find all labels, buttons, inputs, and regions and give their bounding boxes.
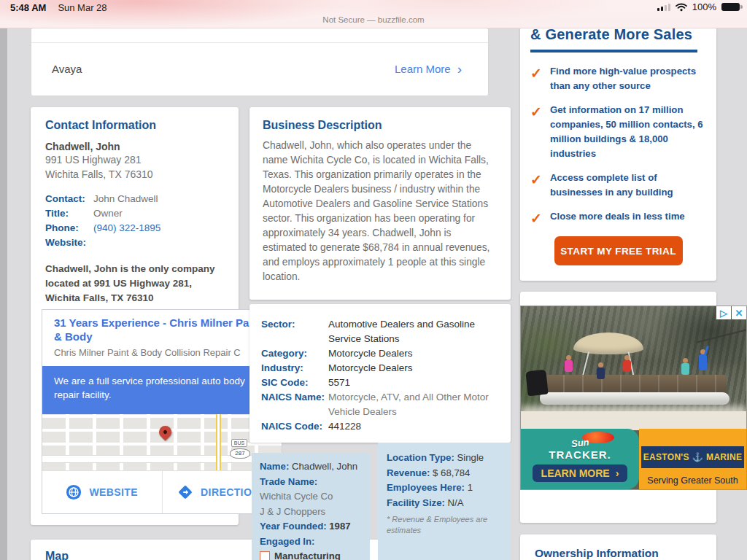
boat-fence <box>544 375 727 394</box>
category-label: Category: <box>261 346 328 361</box>
title-value: Owner <box>93 206 224 221</box>
sun-tracker-ad[interactable]: ▷ ✕ Sun TRACKER. LEARN MORE › EASTON'S ⚓… <box>520 306 747 490</box>
chevron-right-icon: › <box>457 63 462 74</box>
canopy-pole <box>582 351 589 376</box>
naics-code-value: 441228 <box>328 419 499 434</box>
classification-card: Sector: Automotive Dealers and Gasoline … <box>249 304 511 443</box>
boat-hull <box>540 392 729 405</box>
name-label: Name: <box>260 461 289 472</box>
dealer-logo-bar: EASTON'S ⚓ MARINE <box>641 446 744 468</box>
promo-item-text: Close more deals in less time <box>550 209 703 227</box>
address-line2: Wichita Falls, TX 76310 <box>45 167 224 182</box>
adchoices-icon[interactable]: ▷ <box>716 306 731 319</box>
address-bar[interactable]: Not Secure — buzzfile.com <box>0 15 747 24</box>
check-icon: ✓ <box>530 210 550 227</box>
website-value <box>93 236 224 250</box>
contact-label: Contact: <box>45 192 93 206</box>
ad-map[interactable]: BUS 287 <box>42 414 282 470</box>
promo-title: & Generate More Sales <box>530 28 706 44</box>
category-value: Motorcycle Dealers <box>328 346 499 361</box>
sector-label: Sector: <box>261 317 328 346</box>
ad-close-icon[interactable]: ✕ <box>732 306 746 319</box>
location-type-row: Location Type: Single <box>387 451 502 466</box>
facility-size-value: N/A <box>448 497 464 508</box>
brand-word: TRACKER. <box>549 448 611 461</box>
contact-row: Website: <box>45 236 224 250</box>
start-free-trial-button[interactable]: START MY FREE TRIAL <box>554 236 683 265</box>
revenue-label: Revenue: <box>387 467 430 478</box>
trade-name-1: Wichita Cycle Co <box>260 489 362 505</box>
year-founded-value: 1987 <box>329 521 350 532</box>
learn-more-link[interactable]: Learn More › <box>395 63 462 75</box>
manufacturing-label: Manufacturing <box>274 549 341 560</box>
ad-description-banner[interactable]: We are a full service professional auto … <box>42 366 282 414</box>
manufacturing-checkbox[interactable] <box>260 551 270 560</box>
ad-header: 31 Years Experience - Chris Milner Pa & … <box>42 310 282 358</box>
trade-name-label: Trade Name: <box>260 475 362 490</box>
contact-rows: Contact: John Chadwell Title: Owner Phon… <box>45 192 224 250</box>
company-facts-box: Name: Chadwell, John Trade Name: Wichita… <box>252 453 370 560</box>
business-description-title: Business Description <box>263 119 498 132</box>
company-name: Chadwell, John <box>45 141 224 152</box>
revenue-row: Revenue: $ 68,784 <box>387 466 502 481</box>
chevron-right-icon: › <box>616 467 619 479</box>
page-left-edge <box>0 28 7 560</box>
google-maps-ad: 31 Years Experience - Chris Milner Pa & … <box>42 309 282 514</box>
website-button[interactable]: WEBSITE <box>42 471 162 513</box>
website-label: WEBSITE <box>89 486 138 498</box>
check-icon: ✓ <box>530 171 550 200</box>
date: Sun Mar 28 <box>58 2 107 13</box>
battery-percent: 100% <box>692 1 716 12</box>
wifi-icon <box>676 3 687 12</box>
contact-row: Phone: (940) 322-1895 <box>45 221 224 236</box>
naics-code-label: NAICS Code: <box>261 419 328 434</box>
related-company-card: Avaya Learn More › <box>31 28 489 96</box>
boat-motor <box>525 370 548 397</box>
buzzfile-promo-card: & Generate More Sales ✓ Find more high-v… <box>520 28 716 281</box>
boat-canopy <box>573 332 643 354</box>
person <box>623 360 631 372</box>
sic-code-value: 5571 <box>328 376 499 390</box>
dealer-name-right: MARINE <box>706 452 742 462</box>
dealer-tagline: Serving Greater South <box>639 475 746 486</box>
person <box>597 368 605 379</box>
status-left: 5:48 AM Sun Mar 28 <box>10 2 107 13</box>
location-type-label: Location Type: <box>387 452 454 463</box>
employees-label: Employees Here: <box>387 482 465 493</box>
manufacturing-row: Manufacturing <box>260 549 362 560</box>
employees-row: Employees Here: 1 <box>387 481 502 496</box>
ad-headline-line2[interactable]: & Body <box>54 330 270 343</box>
naics-name-label: NAICS Name: <box>261 390 328 419</box>
classification-row: NAICS Name: Motorcycle, ATV, and All Oth… <box>261 390 499 419</box>
classification-row: Industry: Motorcycle Dealers <box>261 361 499 376</box>
clock: 5:48 AM <box>10 2 46 13</box>
phone-label: Phone: <box>45 221 93 236</box>
check-icon: ✓ <box>530 104 550 161</box>
dealer-panel: EASTON'S ⚓ MARINE Serving Greater South <box>639 429 746 489</box>
person <box>699 354 707 370</box>
shield-route-number: 287 <box>230 448 250 459</box>
promo-rule <box>530 50 697 52</box>
promo-item-text: Find more high-value prospects than any … <box>550 64 703 93</box>
promo-item-text: Get information on 17 million companies,… <box>550 103 703 161</box>
promo-item: ✓ Close more deals in less time <box>530 209 706 227</box>
promo-item: ✓ Get information on 17 million companie… <box>530 103 706 161</box>
sector-value: Automotive Dealers and Gasoline Service … <box>328 317 499 346</box>
website-label: Website: <box>45 236 93 250</box>
business-description-card: Business Description Chadwell, John, whi… <box>249 107 511 300</box>
map-highway <box>216 414 221 470</box>
ad-headline-line1[interactable]: 31 Years Experience - Chris Milner Pa <box>54 316 270 330</box>
contact-value: John Chadwell <box>93 192 224 206</box>
map-pin-icon[interactable] <box>156 423 174 440</box>
facility-size-row: Facility Size: N/A <box>387 496 502 511</box>
learn-more-button[interactable]: LEARN MORE › <box>533 464 628 482</box>
classification-row: Category: Motorcycle Dealers <box>261 346 499 361</box>
classification-row: SIC Code: 5571 <box>261 376 499 390</box>
estimates-footnote: * Revenue & Employees are estimates <box>387 514 502 536</box>
phone-link[interactable]: (940) 322-1895 <box>93 221 224 236</box>
check-icon: ✓ <box>530 65 550 93</box>
sic-code-label: SIC Code: <box>261 376 328 390</box>
year-founded-row: Year Founded: 1987 <box>260 519 362 534</box>
browser-top-bar: 5:48 AM Sun Mar 28 100% Not Secure — buz… <box>0 0 747 28</box>
related-company-row: Avaya Learn More › <box>31 42 488 96</box>
